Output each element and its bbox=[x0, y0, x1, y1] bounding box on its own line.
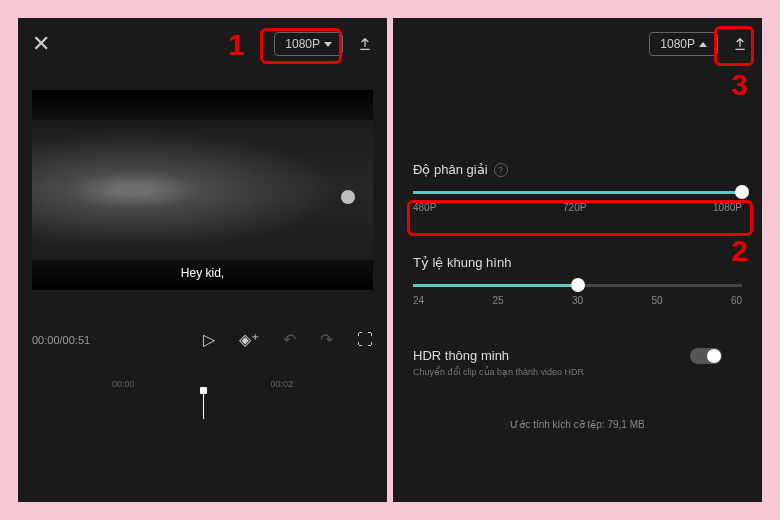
redo-icon[interactable]: ↷ bbox=[320, 330, 333, 349]
framerate-slider[interactable] bbox=[413, 284, 742, 287]
framerate-section: Tỷ lệ khung hình 24 25 30 50 60 bbox=[393, 243, 762, 318]
keyframe-icon[interactable]: ◈⁺ bbox=[239, 330, 259, 349]
chevron-down-icon bbox=[324, 42, 332, 47]
export-icon[interactable] bbox=[732, 35, 748, 53]
video-preview[interactable]: Hey kid, bbox=[32, 90, 373, 290]
slider-label: 480P bbox=[413, 202, 436, 213]
resolution-slider[interactable] bbox=[413, 191, 742, 194]
hdr-section: HDR thông minh Chuyển đổi clip của bạn t… bbox=[393, 336, 762, 389]
hdr-title: HDR thông minh bbox=[413, 348, 584, 363]
record-indicator bbox=[341, 190, 355, 204]
slider-thumb[interactable] bbox=[735, 185, 749, 199]
slider-label: 25 bbox=[492, 295, 503, 306]
slider-label: 50 bbox=[651, 295, 662, 306]
editor-panel: ✕ 1080P 1 Hey kid, 00:00/00:51 ▷ ◈⁺ ↶ bbox=[18, 18, 387, 502]
close-icon[interactable]: ✕ bbox=[32, 31, 50, 57]
playback-bar: 00:00/00:51 ▷ ◈⁺ ↶ ↷ ⛶ bbox=[18, 290, 387, 359]
header: 1080P bbox=[393, 18, 762, 70]
annotation-number-2: 2 bbox=[731, 234, 748, 268]
video-caption: Hey kid, bbox=[181, 266, 224, 280]
chevron-up-icon bbox=[699, 42, 707, 47]
time-display: 00:00/00:51 bbox=[32, 334, 90, 346]
slider-label: 720P bbox=[563, 202, 586, 213]
export-icon[interactable] bbox=[357, 35, 373, 53]
hdr-subtitle: Chuyển đổi clip của bạn thành video HDR bbox=[413, 367, 584, 377]
help-icon[interactable]: ? bbox=[494, 163, 508, 177]
header: ✕ 1080P bbox=[18, 18, 387, 70]
annotation-number-3: 3 bbox=[731, 68, 748, 102]
resolution-title: Độ phân giải bbox=[413, 162, 488, 177]
play-icon[interactable]: ▷ bbox=[203, 330, 215, 349]
slider-label: 30 bbox=[572, 295, 583, 306]
timeline[interactable]: 00:00 00:02 bbox=[32, 379, 373, 419]
slider-thumb[interactable] bbox=[571, 278, 585, 292]
filesize-estimate: Ước tính kích cỡ tệp: 79,1 MB bbox=[393, 419, 762, 430]
hdr-toggle[interactable] bbox=[690, 348, 722, 364]
undo-icon[interactable]: ↶ bbox=[283, 330, 296, 349]
export-panel: 1080P 3 Độ phân giải ? 480P 720P bbox=[393, 18, 762, 502]
timeline-tick: 00:02 bbox=[270, 379, 293, 389]
slider-label: 24 bbox=[413, 295, 424, 306]
resolution-label: 1080P bbox=[285, 37, 320, 51]
fullscreen-icon[interactable]: ⛶ bbox=[357, 331, 373, 349]
playhead[interactable] bbox=[203, 391, 204, 419]
framerate-title: Tỷ lệ khung hình bbox=[413, 255, 511, 270]
annotation-number-1: 1 bbox=[228, 28, 245, 62]
resolution-button[interactable]: 1080P bbox=[274, 32, 343, 56]
resolution-button[interactable]: 1080P bbox=[649, 32, 718, 56]
resolution-label: 1080P bbox=[660, 37, 695, 51]
timeline-tick: 00:00 bbox=[112, 379, 135, 389]
slider-label: 60 bbox=[731, 295, 742, 306]
resolution-section: Độ phân giải ? 480P 720P 1080P bbox=[393, 150, 762, 225]
slider-label: 1080P bbox=[713, 202, 742, 213]
